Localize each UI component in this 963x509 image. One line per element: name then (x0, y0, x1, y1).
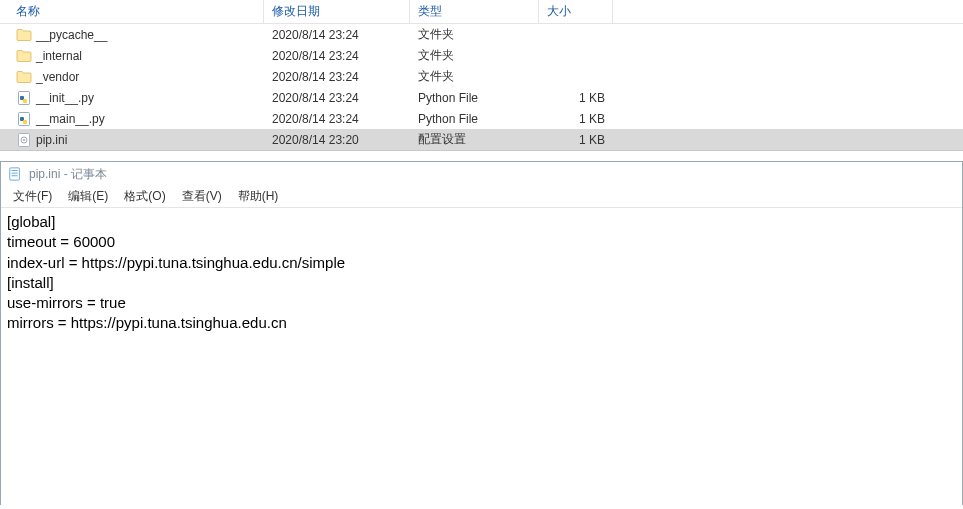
file-date: 2020/8/14 23:24 (264, 70, 410, 84)
file-date: 2020/8/14 23:24 (264, 112, 410, 126)
notepad-content[interactable]: [global] timeout = 60000 index-url = htt… (1, 208, 962, 338)
file-explorer: 名称 修改日期 类型 大小 __pycache__2020/8/14 23:24… (0, 0, 963, 151)
file-name-cell: __main__.py (0, 111, 264, 127)
file-list: __pycache__2020/8/14 23:24文件夹 _internal2… (0, 24, 963, 150)
column-header-type[interactable]: 类型 (410, 0, 539, 23)
file-type: Python File (410, 112, 539, 126)
pyfile-icon (16, 90, 32, 106)
file-row[interactable]: __init__.py2020/8/14 23:24Python File1 K… (0, 87, 963, 108)
file-row[interactable]: _internal2020/8/14 23:24文件夹 (0, 45, 963, 66)
menu-file[interactable]: 文件(F) (7, 186, 58, 207)
notepad-menubar: 文件(F) 编辑(E) 格式(O) 查看(V) 帮助(H) (1, 186, 962, 208)
file-type: 文件夹 (410, 68, 539, 85)
folder-icon (16, 27, 32, 43)
file-name: __main__.py (36, 112, 105, 126)
file-name-cell: __init__.py (0, 90, 264, 106)
file-row[interactable]: __pycache__2020/8/14 23:24文件夹 (0, 24, 963, 45)
file-date: 2020/8/14 23:24 (264, 49, 410, 63)
file-date: 2020/8/14 23:24 (264, 28, 410, 42)
column-header-date[interactable]: 修改日期 (264, 0, 410, 23)
menu-view[interactable]: 查看(V) (176, 186, 228, 207)
pyfile-icon (16, 111, 32, 127)
file-name: __pycache__ (36, 28, 107, 42)
file-name: pip.ini (36, 133, 67, 147)
svg-point-8 (23, 139, 25, 141)
file-size: 1 KB (539, 112, 613, 126)
menu-help[interactable]: 帮助(H) (232, 186, 285, 207)
file-name-cell: _internal (0, 48, 264, 64)
file-date: 2020/8/14 23:24 (264, 91, 410, 105)
file-type: 文件夹 (410, 47, 539, 64)
svg-rect-5 (23, 120, 27, 124)
file-row[interactable]: __main__.py2020/8/14 23:24Python File1 K… (0, 108, 963, 129)
svg-rect-9 (10, 168, 20, 180)
svg-rect-2 (23, 99, 27, 103)
file-name-cell: pip.ini (0, 132, 264, 148)
menu-edit[interactable]: 编辑(E) (62, 186, 114, 207)
menu-format[interactable]: 格式(O) (118, 186, 171, 207)
file-type: 文件夹 (410, 26, 539, 43)
notepad-titlebar[interactable]: pip.ini - 记事本 (1, 162, 962, 186)
column-header-name[interactable]: 名称 (0, 0, 264, 23)
file-size: 1 KB (539, 133, 613, 147)
folder-icon (16, 48, 32, 64)
inifile-icon (16, 132, 32, 148)
file-name: _vendor (36, 70, 79, 84)
file-row[interactable]: pip.ini2020/8/14 23:20配置设置1 KB (0, 129, 963, 150)
column-headers: 名称 修改日期 类型 大小 (0, 0, 963, 24)
file-date: 2020/8/14 23:20 (264, 133, 410, 147)
file-name-cell: __pycache__ (0, 27, 264, 43)
folder-icon (16, 69, 32, 85)
column-header-size[interactable]: 大小 (539, 0, 613, 23)
notepad-title: pip.ini - 记事本 (29, 166, 107, 183)
file-name: __init__.py (36, 91, 94, 105)
notepad-icon (7, 166, 23, 182)
file-row[interactable]: _vendor2020/8/14 23:24文件夹 (0, 66, 963, 87)
file-type: Python File (410, 91, 539, 105)
file-name-cell: _vendor (0, 69, 264, 85)
file-size: 1 KB (539, 91, 613, 105)
notepad-window: pip.ini - 记事本 文件(F) 编辑(E) 格式(O) 查看(V) 帮助… (0, 161, 963, 505)
file-name: _internal (36, 49, 82, 63)
file-type: 配置设置 (410, 131, 539, 148)
